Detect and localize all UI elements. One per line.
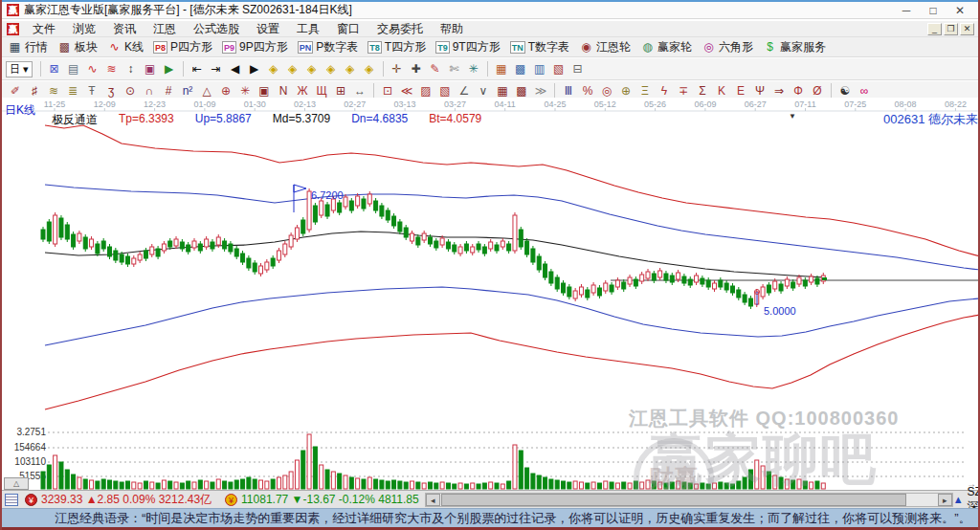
candle-body bbox=[41, 230, 45, 239]
play-icon[interactable]: ▶ bbox=[160, 60, 179, 77]
maximize-button[interactable]: □ bbox=[926, 4, 940, 17]
period-dropdown[interactable]: 日 ▾ bbox=[6, 61, 33, 77]
gann-diamond-cross-icon[interactable]: ◈ bbox=[322, 60, 341, 77]
menu-item-公式选股[interactable]: 公式选股 bbox=[185, 21, 248, 37]
sz-index-coin-icon[interactable]: ¥ bbox=[225, 494, 237, 506]
gann-diamond-right-icon[interactable]: ◈ bbox=[283, 60, 302, 77]
calculator-icon[interactable]: ▩ bbox=[511, 60, 530, 77]
menu-item-窗口[interactable]: 窗口 bbox=[328, 21, 368, 37]
candle-body bbox=[187, 245, 190, 252]
panel-icon[interactable]: ▥ bbox=[530, 60, 549, 77]
minimize-button[interactable]: ─ bbox=[900, 4, 913, 17]
toolbar-button-赢家服务[interactable]: $赢家服务 bbox=[763, 39, 826, 55]
crosshair-icon[interactable]: ✚ bbox=[407, 60, 426, 77]
toolbar-button-六角形[interactable]: ◎六角形 bbox=[702, 39, 753, 55]
toolbar-button-板块[interactable]: ▩板块 bbox=[57, 39, 98, 55]
volume-bar bbox=[482, 483, 486, 489]
trend-chart-icon[interactable]: ∿ bbox=[83, 60, 102, 77]
prev-bar-icon[interactable]: ◀ bbox=[226, 60, 245, 77]
toolbar-button-label: 9P四方形 bbox=[239, 39, 288, 55]
star-tool-icon[interactable]: ✳ bbox=[464, 60, 483, 77]
menu-item-工具[interactable]: 工具 bbox=[288, 21, 328, 37]
gann-diamond-h-icon[interactable]: ◈ bbox=[302, 60, 322, 77]
chart-area[interactable]: 11-2512-0912-2301-0901-3002-1302-2703-13… bbox=[2, 98, 980, 490]
cut-icon[interactable]: ✄ bbox=[445, 60, 464, 77]
toolbar-button-T数字表[interactable]: TNT数字表 bbox=[510, 39, 569, 55]
sh-index-coin-icon[interactable]: ¥ bbox=[25, 494, 37, 506]
toolbar-button-江恩轮[interactable]: ◉江恩轮 bbox=[579, 39, 631, 55]
candle-body bbox=[180, 242, 184, 249]
menu-item-帮助[interactable]: 帮助 bbox=[432, 21, 472, 37]
hand-tool-icon[interactable]: ✛ bbox=[388, 60, 407, 77]
date-tick-label: 06-09 bbox=[694, 99, 716, 109]
menu-item-资讯[interactable]: 资讯 bbox=[104, 21, 145, 37]
gann-analysis-window: { "window": { "title": "赢家江恩专业版[赢家服务平台] … bbox=[0, 0, 980, 530]
gann-diamond-v-icon[interactable]: ◈ bbox=[341, 60, 360, 77]
mdi-minimize-button[interactable]: _ bbox=[927, 23, 942, 35]
sh-index-quote[interactable]: 3239.33 ▲2.85 0.09% 3212.43亿 bbox=[41, 492, 212, 508]
window-layout-icon[interactable]: ⊠ bbox=[45, 60, 64, 77]
indicator-readout: 极反通道Tp=6.3393Up=5.8867Md=5.3709Dn=4.6835… bbox=[52, 112, 481, 128]
toolbar-separator bbox=[554, 83, 555, 99]
title-bar: 赢 赢家江恩专业版[赢家服务平台] - [德尔未来 SZ002631-184日K… bbox=[2, 0, 978, 19]
gann-diamond-left-icon[interactable]: ◈ bbox=[264, 60, 283, 77]
first-bar-icon[interactable]: ⇤ bbox=[188, 60, 207, 77]
sz-index-quote[interactable]: 11081.77 ▼-13.67 -0.12% 4811.85 bbox=[241, 493, 419, 506]
scroll-right-arrow[interactable]: ▸ bbox=[938, 494, 952, 506]
menu-item-文件[interactable]: 文件 bbox=[24, 21, 64, 37]
menu-item-江恩[interactable]: 江恩 bbox=[145, 21, 185, 37]
candle-body bbox=[174, 239, 178, 246]
volume-bar bbox=[223, 481, 227, 489]
volume-bar bbox=[338, 474, 342, 489]
volume-bar bbox=[513, 445, 517, 489]
toolbar-button-9P四方形[interactable]: P99P四方形 bbox=[222, 39, 288, 55]
mdi-restore-button[interactable]: ❐ bbox=[944, 23, 958, 35]
volume-bar bbox=[41, 472, 45, 489]
pane-resize-button[interactable]: △ bbox=[4, 477, 29, 490]
export-icon[interactable]: ⊟ bbox=[568, 60, 588, 77]
toolbar-button-行情[interactable]: ▦行情 bbox=[8, 39, 48, 55]
scale-toggle-icon[interactable]: ↕ bbox=[122, 60, 141, 77]
volume-bar bbox=[525, 468, 529, 489]
gann-diamond-all-icon[interactable]: ◈ bbox=[360, 60, 379, 77]
quote-list-icon[interactable]: ▤ bbox=[64, 60, 83, 77]
scrollbar-thumb[interactable] bbox=[441, 494, 906, 506]
candle-body bbox=[144, 251, 147, 258]
volume-bar bbox=[392, 480, 396, 489]
toolbar-button-P四方形[interactable]: P8P四方形 bbox=[153, 39, 212, 55]
market-grid-icon[interactable] bbox=[5, 494, 18, 506]
menu-item-交易委托[interactable]: 交易委托 bbox=[368, 21, 432, 37]
candle-body bbox=[549, 272, 553, 283]
candle-body bbox=[706, 280, 710, 287]
volume-bar bbox=[168, 481, 172, 489]
draw-icon[interactable]: ✎ bbox=[426, 60, 445, 77]
info-panel-icon[interactable]: ▣ bbox=[141, 60, 160, 77]
candle-body bbox=[701, 278, 704, 284]
toolbar-button-T四方形[interactable]: T8T四方形 bbox=[368, 39, 426, 55]
volume-bar bbox=[320, 465, 323, 489]
candle-body bbox=[730, 286, 734, 293]
table-icon[interactable]: ▦ bbox=[492, 60, 511, 77]
toolbar-button-P数字表[interactable]: PNP数字表 bbox=[298, 39, 359, 55]
next-bar-icon[interactable]: ▶ bbox=[245, 60, 264, 77]
toolbar-button-label: 赢家轮 bbox=[657, 39, 692, 55]
monitor-icon[interactable]: ▧ bbox=[549, 60, 568, 77]
last-bar-icon[interactable]: ⇥ bbox=[207, 60, 226, 77]
chart-horizontal-scrollbar[interactable]: ◂ ▸ bbox=[425, 493, 953, 507]
menu-item-浏览[interactable]: 浏览 bbox=[64, 21, 104, 37]
app-logo: 赢 bbox=[7, 4, 19, 16]
volume-scale-label: 154664 bbox=[14, 442, 47, 453]
toolbar-button-K线[interactable]: ∿K线 bbox=[107, 39, 144, 55]
volume-bar bbox=[434, 483, 438, 489]
toolbar-button-赢家轮[interactable]: ◍赢家轮 bbox=[640, 39, 692, 55]
candle-body bbox=[610, 285, 613, 292]
scroll-left-arrow[interactable]: ◂ bbox=[426, 494, 440, 506]
multi-chart-icon[interactable]: ≋ bbox=[102, 60, 122, 77]
toolbar-button-label: T数字表 bbox=[528, 39, 569, 55]
menu-item-设置[interactable]: 设置 bbox=[248, 21, 288, 37]
mdi-close-button[interactable]: ✕ bbox=[960, 23, 974, 35]
TN-icon: TN bbox=[510, 41, 525, 54]
volume-bar bbox=[573, 481, 577, 489]
toolbar-button-9T四方形[interactable]: T99T四方形 bbox=[435, 39, 501, 55]
close-button[interactable]: ✕ bbox=[953, 4, 967, 17]
